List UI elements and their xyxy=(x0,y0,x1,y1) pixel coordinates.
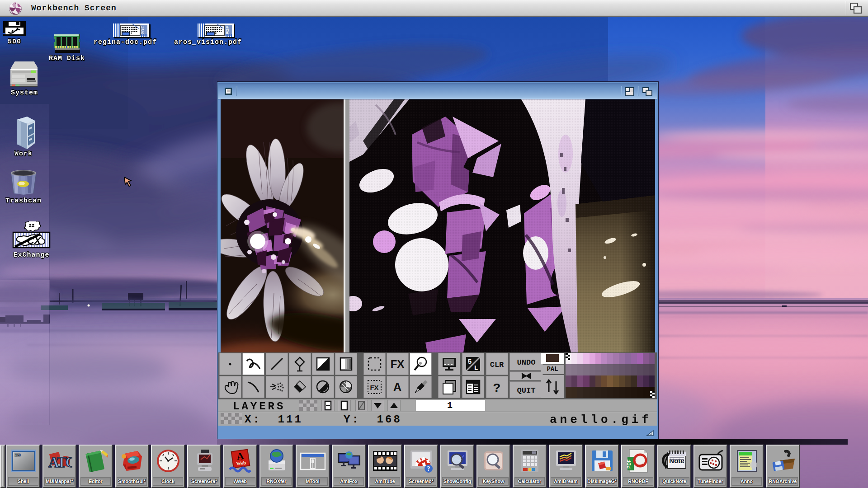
svg-text:UNDO: UNDO xyxy=(517,358,536,367)
svg-text:ATC: ATC xyxy=(48,454,72,470)
svg-text:QUIT: QUIT xyxy=(517,386,536,395)
svg-text:CLR: CLR xyxy=(490,361,504,369)
svg-text:?: ? xyxy=(493,381,501,395)
svg-text:5: 5 xyxy=(467,358,472,366)
svg-text:PDF: PDF xyxy=(627,460,632,469)
svg-text:zz: zz xyxy=(28,223,34,228)
svg-text:A: A xyxy=(393,380,401,393)
svg-text:FX: FX xyxy=(370,384,378,391)
svg-text:L: L xyxy=(474,365,478,372)
svg-text:1>: 1> xyxy=(15,453,19,457)
svg-text:?: ? xyxy=(427,465,430,472)
svg-text:FX: FX xyxy=(391,358,405,370)
